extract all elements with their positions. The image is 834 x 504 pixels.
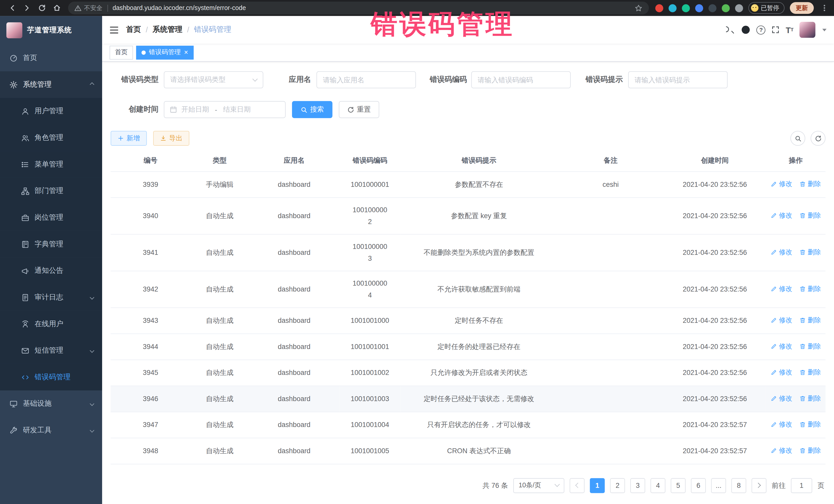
browser-menu-icon[interactable] [820, 4, 829, 12]
page-button[interactable]: 2 [610, 478, 625, 493]
goto-page-input[interactable] [791, 478, 812, 493]
sidebar-item[interactable]: 审计日志 [0, 284, 102, 311]
col-message: 错误码提示 [400, 150, 557, 171]
app-name-input[interactable] [316, 71, 416, 88]
search-button[interactable]: 搜索 [292, 101, 333, 118]
address-bar[interactable]: 不安全 dashboard.yudao.iocoder.cn/system/er… [68, 2, 649, 14]
bookmark-star-icon[interactable] [634, 4, 642, 12]
edit-link[interactable]: 修改 [770, 340, 792, 352]
refresh-table-button[interactable] [811, 131, 826, 146]
sidebar-item[interactable]: 部门管理 [0, 178, 102, 204]
sidebar-item[interactable]: 基础设施 [0, 390, 102, 417]
search-icon[interactable] [726, 25, 735, 34]
sidebar-item-label: 字典管理 [35, 239, 63, 249]
page-button[interactable]: 4 [651, 478, 665, 493]
page-button[interactable]: 8 [731, 478, 746, 493]
delete-link[interactable]: 删除 [799, 366, 821, 378]
edit-link[interactable]: 修改 [770, 366, 792, 378]
edit-link[interactable]: 修改 [770, 178, 792, 190]
sidebar-toggle-icon[interactable] [110, 26, 118, 34]
extension-icon[interactable] [735, 4, 743, 12]
user-avatar[interactable] [799, 22, 815, 38]
page-button[interactable]: 5 [671, 478, 686, 493]
add-button[interactable]: 新增 [111, 131, 147, 146]
edit-link[interactable]: 修改 [770, 444, 792, 456]
breadcrumb-item[interactable]: 首页 [126, 25, 141, 35]
error-code-input[interactable] [471, 71, 571, 88]
sidebar-item[interactable]: 错误码管理 [0, 364, 102, 391]
browser-forward-icon[interactable] [20, 2, 34, 14]
page-button[interactable]: 6 [691, 478, 706, 493]
browser-back-icon[interactable] [5, 2, 19, 14]
extension-icon[interactable] [708, 4, 716, 12]
app-logo[interactable]: 芋道管理系统 [0, 16, 102, 45]
error-message-input[interactable] [628, 71, 728, 88]
sidebar-item[interactable]: 菜单管理 [0, 151, 102, 178]
page-button[interactable]: 1 [590, 478, 605, 493]
tab-item-active[interactable]: 错误码管理× [136, 45, 194, 59]
delete-link[interactable]: 删除 [799, 210, 821, 221]
sidebar-item[interactable]: 在线用户 [0, 310, 102, 337]
cell-id: 3946 [111, 386, 191, 412]
extension-icon[interactable] [668, 4, 676, 12]
error-type-select[interactable]: 请选择错误码类型 [164, 71, 263, 88]
magnifier-icon [301, 106, 307, 113]
breadcrumb-item[interactable]: 系统管理 [153, 25, 182, 35]
extension-icon[interactable] [695, 4, 703, 12]
delete-link[interactable]: 删除 [799, 246, 821, 258]
fullscreen-icon[interactable] [771, 25, 780, 34]
page-size-select[interactable]: 10条/页 [513, 478, 564, 493]
sidebar-item[interactable]: 用户管理 [0, 98, 102, 125]
reset-button[interactable]: 重置 [339, 101, 379, 118]
extension-icon[interactable] [682, 4, 689, 12]
chevron-left-icon [575, 483, 581, 488]
url-text[interactable]: dashboard.yudao.iocoder.cn/system/error-… [112, 4, 630, 12]
edit-link[interactable]: 修改 [770, 418, 792, 430]
edit-link[interactable]: 修改 [770, 210, 792, 221]
delete-link[interactable]: 删除 [799, 314, 821, 326]
toggle-search-button[interactable] [790, 131, 805, 146]
help-icon[interactable]: ? [756, 25, 766, 34]
edit-icon [770, 447, 777, 454]
end-date-placeholder: 结束日期 [223, 105, 251, 114]
extension-icon[interactable] [722, 4, 729, 12]
sidebar-item[interactable]: 研发工具 [0, 417, 102, 444]
next-page-button[interactable] [752, 478, 767, 493]
tab-close-icon[interactable]: × [184, 49, 188, 56]
profile-chip[interactable]: 已暂停 [748, 2, 785, 14]
delete-link[interactable]: 删除 [799, 340, 821, 352]
browser-home-icon[interactable] [50, 2, 64, 14]
browser-reload-icon[interactable] [35, 2, 49, 14]
delete-link[interactable]: 删除 [799, 392, 821, 404]
cell-id: 3941 [111, 234, 191, 271]
delete-link[interactable]: 删除 [799, 418, 821, 430]
security-label[interactable]: 不安全 [84, 4, 103, 12]
sidebar-item[interactable]: 角色管理 [0, 125, 102, 151]
extension-icon[interactable] [655, 4, 663, 12]
delete-link[interactable]: 删除 [799, 283, 821, 294]
sidebar-item[interactable]: 首页 [0, 45, 102, 71]
page-button[interactable]: 3 [630, 478, 645, 493]
edit-link[interactable]: 修改 [770, 246, 792, 258]
cell-message: 参数配置不存在 [400, 171, 557, 197]
export-button[interactable]: 导出 [153, 131, 190, 146]
page-more-button[interactable]: ... [711, 478, 726, 493]
sidebar-item[interactable]: 岗位管理 [0, 204, 102, 231]
font-size-icon[interactable]: TT [786, 26, 793, 34]
delete-link[interactable]: 删除 [799, 444, 821, 456]
edit-link[interactable]: 修改 [770, 392, 792, 404]
sidebar-item[interactable]: 通知公告 [0, 257, 102, 284]
sidebar-item[interactable]: 系统管理 [0, 71, 102, 98]
chrome-update-button[interactable]: 更新 [790, 2, 814, 14]
sidebar-item[interactable]: 字典管理 [0, 231, 102, 258]
edit-link[interactable]: 修改 [770, 314, 792, 326]
cell-created: 2021-04-20 23:52:56 [664, 234, 766, 271]
caret-down-icon[interactable] [822, 28, 827, 31]
sidebar-item[interactable]: 短信管理 [0, 337, 102, 364]
prev-page-button[interactable] [570, 478, 585, 493]
date-range-picker[interactable]: 开始日期 - 结束日期 [164, 101, 286, 118]
tab-item[interactable]: 首页 [110, 45, 133, 59]
github-icon[interactable] [741, 25, 751, 35]
delete-link[interactable]: 删除 [799, 178, 821, 190]
edit-link[interactable]: 修改 [770, 283, 792, 294]
